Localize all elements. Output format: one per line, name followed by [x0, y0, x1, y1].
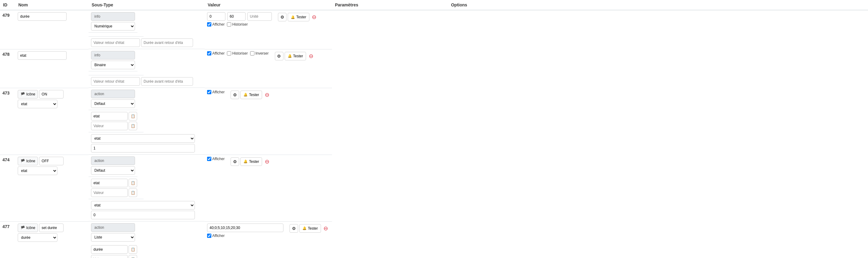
calendar-button[interactable]: 📋 — [129, 112, 137, 120]
flag-icon: 🏴 — [21, 159, 25, 163]
nom-input[interactable] — [18, 51, 67, 60]
delete-button[interactable]: ⊖ — [322, 225, 330, 232]
soustype-badge: info — [91, 12, 135, 21]
icone-label: Icône — [26, 159, 35, 163]
valeur-input-1[interactable] — [91, 245, 128, 254]
calendar-button[interactable]: 📋 — [129, 255, 137, 258]
param-input-2[interactable] — [141, 77, 193, 86]
param-input-1[interactable] — [91, 38, 140, 47]
gear-button[interactable]: ⚙ — [230, 90, 239, 99]
tester-button[interactable]: 🔔Tester — [288, 13, 309, 21]
tester-label: Tester — [249, 159, 259, 164]
soustype-badge: action — [91, 223, 135, 232]
checkbox-label-1[interactable]: Historiser — [227, 22, 248, 27]
delete-button[interactable]: ⊖ — [263, 91, 271, 99]
gear-button[interactable]: ⚙ — [275, 52, 283, 61]
tester-button[interactable]: 🔔Tester — [240, 157, 262, 166]
bell-icon: 🔔 — [291, 15, 295, 19]
params-cell: etat — [89, 132, 205, 155]
options-val2-input[interactable] — [227, 12, 246, 21]
options-cell: AfficherHistoriser⚙🔔Tester⊖ — [205, 10, 332, 49]
checkbox-1[interactable] — [227, 22, 231, 27]
soustype-select[interactable]: Défaut — [91, 166, 135, 175]
calendar-button[interactable]: 📋 — [129, 188, 137, 197]
valeur-cell: 📋📋 — [89, 177, 144, 199]
checkbox-2[interactable] — [250, 51, 254, 56]
icone-label: Icône — [26, 226, 35, 230]
icone-label: Icône — [26, 92, 35, 96]
options-cell: Afficher⚙🔔Tester⊖ — [205, 221, 332, 258]
nom-cell: 🏴Icôneetat — [15, 88, 89, 155]
valeur-input-1[interactable] — [91, 112, 128, 120]
row-id: 477 — [0, 221, 15, 258]
options-cell: AfficherHistoriserInverser⚙🔔Tester⊖ — [205, 49, 332, 88]
calendar-button[interactable]: 📋 — [129, 245, 137, 254]
soustype-select[interactable]: Liste — [91, 233, 135, 242]
gear-button[interactable]: ⚙ — [278, 13, 286, 21]
valeur-input-1[interactable] — [91, 179, 128, 187]
nom-type-select[interactable]: durée — [18, 233, 57, 242]
valeur-cell — [89, 33, 144, 37]
nom-type-select[interactable]: etat — [18, 167, 57, 175]
checkbox-0[interactable] — [207, 157, 211, 161]
checkbox-text-1: Historiser — [232, 22, 248, 27]
icone-button[interactable]: 🏴Icône — [18, 224, 38, 232]
delete-button[interactable]: ⊖ — [263, 158, 271, 165]
checkbox-text-0: Afficher — [212, 51, 224, 56]
header-nom: Nom — [15, 0, 89, 10]
checkbox-label-0[interactable]: Afficher — [207, 157, 224, 161]
gear-button[interactable]: ⚙ — [230, 157, 239, 166]
checkbox-text-2: Inverser — [255, 51, 269, 56]
nom-type-select[interactable]: etat — [18, 100, 57, 108]
checkbox-text-0: Afficher — [212, 157, 224, 161]
options-val1-input[interactable] — [207, 12, 225, 21]
calendar-button[interactable]: 📋 — [129, 122, 137, 130]
flag-icon: 🏴 — [21, 92, 25, 96]
icone-button[interactable]: 🏴Icône — [18, 157, 38, 165]
nom-cell — [15, 49, 89, 88]
delete-button[interactable]: ⊖ — [307, 52, 315, 60]
tester-button[interactable]: 🔔Tester — [285, 52, 306, 61]
nom-text-input[interactable] — [39, 90, 64, 99]
checkbox-0[interactable] — [207, 90, 211, 94]
checkbox-label-0[interactable]: Afficher — [207, 22, 224, 27]
valeur-input-2[interactable] — [91, 255, 128, 258]
valeur-input-2[interactable] — [91, 122, 128, 130]
soustype-select[interactable]: Binaire — [91, 61, 135, 69]
soustype-select[interactable]: Défaut — [91, 100, 135, 108]
calendar-button[interactable]: 📋 — [129, 179, 137, 187]
checkbox-label-2[interactable]: Inverser — [250, 51, 269, 56]
param-input-2[interactable] — [141, 38, 193, 47]
gear-button[interactable]: ⚙ — [289, 224, 298, 233]
checkbox-0[interactable] — [207, 51, 211, 56]
nom-text-input[interactable] — [39, 224, 64, 232]
tester-button[interactable]: 🔔Tester — [240, 90, 262, 99]
checkbox-label-1[interactable]: Historiser — [227, 51, 248, 56]
checkbox-1[interactable] — [227, 51, 231, 56]
param-value-input[interactable] — [91, 211, 195, 219]
nom-text-input[interactable] — [39, 157, 64, 165]
param-select[interactable]: etat — [91, 201, 195, 210]
param-input-1[interactable] — [91, 77, 140, 86]
checkbox-label-0[interactable]: Afficher — [207, 90, 224, 94]
nom-input[interactable] — [18, 12, 67, 21]
param-select[interactable]: etat — [91, 134, 195, 143]
delete-button[interactable]: ⊖ — [311, 13, 318, 21]
valeur-input-2[interactable] — [91, 188, 128, 197]
options-unite-input[interactable] — [247, 12, 272, 21]
checkbox-label-0[interactable]: Afficher — [207, 51, 224, 56]
checkbox-label-0[interactable]: Afficher — [207, 233, 224, 238]
icone-button[interactable]: 🏴Icône — [18, 90, 38, 99]
checkbox-0[interactable] — [207, 22, 211, 27]
param-value-input[interactable] — [91, 144, 195, 152]
row-id: 474 — [0, 155, 15, 221]
row-id: 478 — [0, 49, 15, 88]
valeur-cell: 📋📋 — [89, 110, 144, 132]
checkbox-text-0: Afficher — [212, 90, 224, 94]
tester-button[interactable]: 🔔Tester — [299, 224, 321, 233]
options-list-input[interactable] — [207, 224, 283, 232]
valeur-cell — [89, 71, 144, 75]
params-cell — [89, 75, 205, 88]
soustype-select[interactable]: Numérique — [91, 22, 135, 31]
checkbox-0[interactable] — [207, 233, 211, 238]
